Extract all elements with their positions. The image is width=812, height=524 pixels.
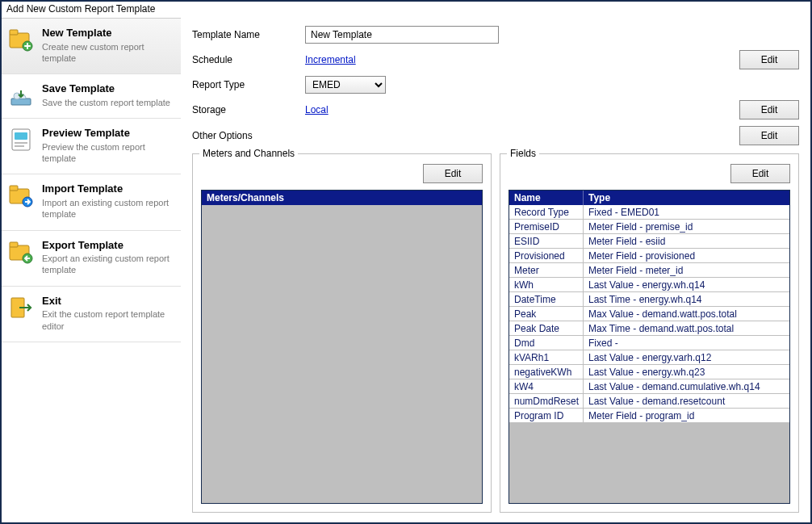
field-name-cell: Dmd — [509, 336, 584, 350]
meters-toolbar: Edit — [201, 162, 483, 185]
cloud-save-icon — [8, 82, 34, 108]
table-row[interactable]: DateTimeLast Time - energy.wh.q14 — [509, 292, 789, 307]
table-row[interactable]: negativeKWhLast Value - energy.wh.q23 — [509, 365, 789, 379]
sidebar-item-sub: Create new custom report template — [42, 41, 174, 65]
field-type-cell: Meter Field - provisioned — [584, 249, 789, 262]
svg-rect-1 — [10, 30, 18, 35]
field-name-cell: Record Type — [509, 205, 584, 219]
table-row[interactable]: kWhLast Value - energy.wh.q14 — [509, 278, 789, 292]
sidebar-item-import-template[interactable]: Import Template Import an existing custo… — [2, 174, 181, 230]
fields-edit-button[interactable]: Edit — [730, 164, 790, 183]
table-row[interactable]: PremiseIDMeter Field - premise_id — [509, 220, 789, 234]
field-name-cell: ESIID — [509, 234, 584, 248]
folder-plus-icon — [8, 27, 34, 52]
folder-import-icon — [8, 182, 34, 208]
template-form: Template Name Schedule Incremental Edit … — [192, 26, 799, 145]
sidebar-item-export-template[interactable]: Export Template Export an existing custo… — [2, 231, 181, 287]
sidebar-item-save-template[interactable]: Save Template Save the custom report tem… — [2, 74, 181, 119]
other-options-edit-button[interactable]: Edit — [739, 126, 799, 145]
app-window: Add New Custom Report Template New Templ… — [0, 0, 812, 524]
field-type-cell: Last Value - energy.wh.q14 — [584, 278, 789, 291]
sidebar-item-label: Preview Template — [42, 127, 174, 140]
svg-rect-13 — [10, 242, 18, 247]
field-name-cell: negativeKWh — [509, 365, 584, 379]
field-type-cell: Last Time - energy.wh.q14 — [584, 292, 789, 306]
meters-column-header[interactable]: Meters/Channels — [202, 191, 482, 205]
table-row[interactable]: kVARh1Last Value - energy.varh.q12 — [509, 350, 789, 365]
field-type-cell: Meter Field - program_id — [584, 409, 789, 422]
field-type-cell: Meter Field - meter_id — [584, 263, 789, 277]
table-row[interactable]: Record TypeFixed - EMED01 — [509, 205, 789, 220]
field-type-cell: Fixed - — [584, 336, 789, 350]
field-name-cell: DateTime — [509, 292, 584, 306]
table-row[interactable]: kW4Last Value - demand.cumulative.wh.q14 — [509, 379, 789, 394]
schedule-link[interactable]: Incremental — [305, 54, 356, 65]
table-row[interactable]: MeterMeter Field - meter_id — [509, 263, 789, 278]
sidebar-item-sub: Export an existing custom report templat… — [42, 253, 174, 276]
field-type-cell: Meter Field - premise_id — [584, 220, 789, 233]
field-type-cell: Max Time - demand.watt.pos.total — [584, 321, 789, 335]
field-name-cell: numDmdReset — [509, 394, 584, 408]
sidebar-item-sub: Preview the custom report template — [42, 141, 174, 165]
exit-icon — [8, 295, 34, 321]
svg-rect-10 — [10, 186, 18, 191]
meters-grid-body — [202, 205, 482, 503]
fields-column-type-header[interactable]: Type — [584, 191, 789, 205]
fields-panel-title: Fields — [507, 148, 539, 159]
main-content: Template Name Schedule Incremental Edit … — [181, 18, 810, 522]
table-row[interactable]: ProvisionedMeter Field - provisioned — [509, 249, 789, 263]
field-name-cell: kVARh1 — [509, 350, 584, 364]
schedule-edit-button[interactable]: Edit — [739, 50, 799, 69]
field-name-cell: Program ID — [509, 409, 584, 422]
field-name-cell: PremiseID — [509, 220, 584, 233]
fields-toolbar: Edit — [509, 162, 790, 185]
window-title: Add New Custom Report Template — [2, 2, 810, 18]
storage-link[interactable]: Local — [305, 104, 329, 115]
meters-panel-title: Meters and Channels — [199, 148, 298, 159]
sidebar-item-new-template[interactable]: New Template Create new custom report te… — [2, 19, 181, 74]
field-type-cell: Last Value - demand.cumulative.wh.q14 — [584, 379, 789, 393]
sidebar-item-exit[interactable]: Exit Exit the custom report template edi… — [2, 287, 181, 342]
sidebar-item-label: Import Template — [42, 182, 174, 195]
other-options-label: Other Options — [192, 130, 305, 141]
meters-panel: Meters and Channels Edit Meters/Channels — [192, 153, 492, 513]
table-row[interactable]: DmdFixed - — [509, 336, 789, 350]
sidebar: New Template Create new custom report te… — [2, 18, 181, 522]
sidebar-item-sub: Save the custom report template — [42, 97, 170, 108]
fields-grid-body: Record TypeFixed - EMED01PremiseIDMeter … — [509, 205, 789, 503]
template-name-label: Template Name — [192, 29, 305, 40]
template-name-input[interactable] — [305, 26, 499, 44]
field-type-cell: Last Value - demand.resetcount — [584, 394, 789, 408]
fields-column-name-header[interactable]: Name — [509, 191, 584, 205]
field-type-cell: Max Value - demand.watt.pos.total — [584, 307, 789, 321]
fields-grid[interactable]: Name Type Record TypeFixed - EMED01Premi… — [509, 190, 790, 504]
report-type-label: Report Type — [192, 79, 305, 90]
svg-rect-6 — [15, 132, 27, 140]
folder-export-icon — [8, 239, 34, 265]
field-type-cell: Fixed - EMED01 — [584, 205, 789, 219]
sidebar-item-label: Save Template — [42, 82, 170, 95]
table-row[interactable]: PeakMax Value - demand.watt.pos.total — [509, 307, 789, 321]
meters-edit-button[interactable]: Edit — [423, 164, 483, 183]
report-type-select[interactable]: EMED — [305, 76, 386, 94]
field-name-cell: Peak — [509, 307, 584, 321]
table-row[interactable]: Program IDMeter Field - program_id — [509, 409, 789, 423]
meters-grid-header: Meters/Channels — [202, 191, 482, 205]
sidebar-item-sub: Exit the custom report template editor — [42, 308, 174, 332]
panels-row: Meters and Channels Edit Meters/Channels… — [192, 153, 799, 513]
svg-rect-3 — [11, 99, 31, 105]
table-row[interactable]: ESIIDMeter Field - esiid — [509, 234, 789, 249]
sidebar-item-preview-template[interactable]: Preview Template Preview the custom repo… — [2, 119, 181, 174]
field-type-cell: Meter Field - esiid — [584, 234, 789, 248]
window-body: New Template Create new custom report te… — [2, 18, 810, 522]
fields-grid-header: Name Type — [509, 191, 789, 205]
document-preview-icon — [8, 127, 34, 153]
table-row[interactable]: numDmdResetLast Value - demand.resetcoun… — [509, 394, 789, 409]
sidebar-item-label: New Template — [42, 27, 174, 40]
field-name-cell: kW4 — [509, 379, 584, 393]
storage-edit-button[interactable]: Edit — [739, 100, 799, 119]
meters-grid[interactable]: Meters/Channels — [201, 190, 483, 504]
table-row[interactable]: Peak DateMax Time - demand.watt.pos.tota… — [509, 321, 789, 336]
sidebar-item-sub: Import an existing custom report templat… — [42, 197, 174, 220]
field-type-cell: Last Value - energy.varh.q12 — [584, 350, 789, 364]
